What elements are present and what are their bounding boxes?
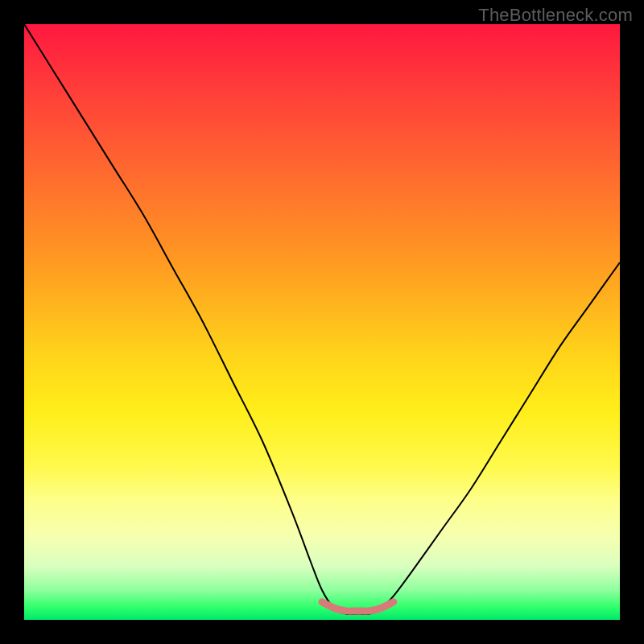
chart-svg xyxy=(24,24,620,620)
chart-frame: TheBottleneck.com xyxy=(0,0,644,644)
watermark-text: TheBottleneck.com xyxy=(478,5,633,26)
plot-area xyxy=(24,24,620,620)
optimal-range-highlight xyxy=(322,602,394,611)
bottleneck-curve xyxy=(24,24,620,614)
